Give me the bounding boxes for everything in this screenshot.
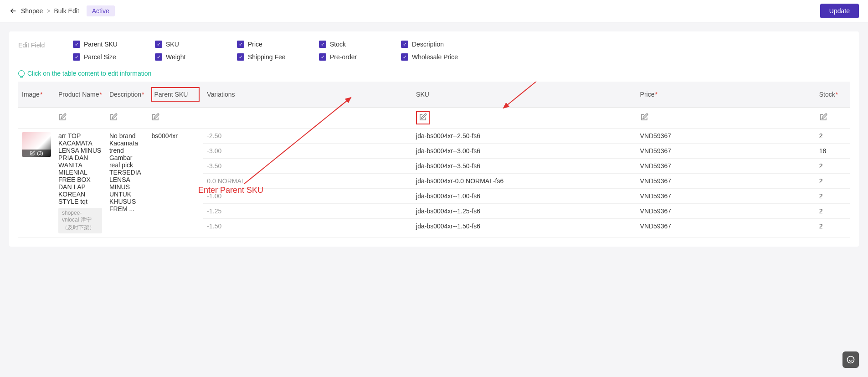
- update-button[interactable]: Update: [820, 4, 859, 18]
- variation-sku[interactable]: jda-bs0004xr--1.00-fs6: [412, 189, 636, 204]
- edit-field-pre-order[interactable]: ✓Pre-order: [319, 53, 396, 61]
- edit-field-price[interactable]: ✓Price: [237, 41, 314, 48]
- edit-field-label: Weight: [166, 53, 185, 61]
- edit-field-label: Edit Field: [18, 41, 50, 49]
- breadcrumb: Shopee > Bulk Edit Active: [9, 5, 115, 16]
- edit-field-label: Wholesale Price: [412, 53, 458, 61]
- edit-field-label: Description: [412, 41, 444, 48]
- variation-price[interactable]: VND59367: [637, 174, 816, 189]
- edit-field-parcel-size[interactable]: ✓Parcel Size: [73, 53, 150, 61]
- checkbox-icon[interactable]: ✓: [73, 53, 80, 61]
- variation-stock[interactable]: 2: [816, 129, 850, 144]
- checkbox-icon[interactable]: ✓: [155, 53, 162, 61]
- checkbox-icon[interactable]: ✓: [155, 41, 162, 48]
- variation-name[interactable]: -1.00: [203, 189, 412, 204]
- breadcrumb-separator: >: [46, 7, 50, 15]
- back-arrow-icon[interactable]: [9, 7, 17, 15]
- bulb-icon: [18, 70, 25, 77]
- column-variations: Variations: [203, 82, 412, 108]
- variation-row: -1.25jda-bs0004xr--1.25-fs6VND593672: [203, 204, 850, 219]
- edit-field-label: Pre-order: [330, 53, 357, 61]
- product-image[interactable]: (3): [22, 132, 51, 157]
- variation-name[interactable]: -1.50: [203, 219, 412, 234]
- variation-name[interactable]: -3.00: [203, 144, 412, 159]
- checkbox-icon[interactable]: ✓: [401, 41, 408, 48]
- variation-row: -3.00jda-bs0004xr--3.00-fs6VND5936718: [203, 144, 850, 159]
- column-price: Price: [637, 82, 816, 108]
- hint-text: Click on the table content to edit infor…: [18, 70, 850, 77]
- edit-field-label: Parent SKU: [84, 41, 118, 48]
- variation-price[interactable]: VND59367: [637, 144, 816, 159]
- edit-field-label: SKU: [166, 41, 179, 48]
- checkbox-icon[interactable]: ✓: [237, 41, 244, 48]
- edit-field-weight[interactable]: ✓Weight: [155, 53, 232, 61]
- edit-parent-sku-icon[interactable]: [151, 113, 159, 121]
- edit-field-wholesale-price[interactable]: ✓Wholesale Price: [401, 53, 478, 61]
- image-count-overlay: (3): [22, 150, 51, 157]
- variation-sku[interactable]: jda-bs0004xr--2.50-fs6: [412, 129, 636, 144]
- edit-description-icon[interactable]: [109, 113, 118, 121]
- variation-sku[interactable]: jda-bs0004xr--3.00-fs6: [412, 144, 636, 159]
- variation-stock[interactable]: 2: [816, 189, 850, 204]
- edit-field-label: Shipping Fee: [248, 53, 286, 61]
- product-description[interactable]: No brand Kacamata trend Gambar real pick…: [106, 129, 148, 238]
- variation-stock[interactable]: 2: [816, 204, 850, 219]
- variation-name[interactable]: -1.25: [203, 204, 412, 219]
- edit-field-label: Stock: [330, 41, 346, 48]
- variation-stock[interactable]: 2: [816, 219, 850, 234]
- variation-row: 0.0 NORMALjda-bs0004xr-0.0 NORMAL-fs6VND…: [203, 174, 850, 189]
- variation-name[interactable]: -3.50: [203, 159, 412, 174]
- edit-price-icon[interactable]: [640, 113, 648, 121]
- edit-sku-icon[interactable]: [419, 113, 427, 121]
- top-bar: Shopee > Bulk Edit Active Update: [0, 0, 868, 22]
- parent-sku-value[interactable]: bs0004xr: [148, 129, 203, 238]
- column-image: Image: [18, 82, 55, 108]
- variation-price[interactable]: VND59367: [637, 219, 816, 234]
- variation-stock[interactable]: 18: [816, 144, 850, 159]
- variations-inner-table: -2.50jda-bs0004xr--2.50-fs6VND593672-3.0…: [203, 129, 850, 233]
- variation-price[interactable]: VND59367: [637, 129, 816, 144]
- edit-field-description[interactable]: ✓Description: [401, 41, 478, 48]
- variation-name[interactable]: -2.50: [203, 129, 412, 144]
- column-parent-sku: Parent SKU: [148, 82, 203, 108]
- column-description: Description: [106, 82, 148, 108]
- edit-field-shipping-fee[interactable]: ✓Shipping Fee: [237, 53, 314, 61]
- breadcrumb-shopee[interactable]: Shopee: [21, 7, 43, 15]
- main-panel: Edit Field ✓Parent SKU✓SKU✓Price✓Stock✓D…: [9, 31, 859, 247]
- shop-tag: shopee-vnlocal-津宁（及时下架）: [58, 208, 102, 233]
- edit-stock-icon[interactable]: [819, 113, 827, 121]
- edit-field-label: Price: [248, 41, 262, 48]
- variation-stock[interactable]: 2: [816, 174, 850, 189]
- column-sku: SKU: [412, 82, 636, 108]
- variation-price[interactable]: VND59367: [637, 159, 816, 174]
- product-name-text[interactable]: arr TOP KACAMATA LENSA MINUS PRIA DAN WA…: [58, 132, 102, 205]
- variation-sku[interactable]: jda-bs0004xr--3.50-fs6: [412, 159, 636, 174]
- variation-row: -3.50jda-bs0004xr--3.50-fs6VND593672: [203, 159, 850, 174]
- edit-field-label: Parcel Size: [84, 53, 116, 61]
- checkbox-icon[interactable]: ✓: [319, 41, 326, 48]
- checkbox-icon[interactable]: ✓: [319, 53, 326, 61]
- hint-label: Click on the table content to edit infor…: [27, 70, 151, 77]
- variation-name[interactable]: 0.0 NORMAL: [203, 174, 412, 189]
- variation-price[interactable]: VND59367: [637, 189, 816, 204]
- breadcrumb-bulk-edit[interactable]: Bulk Edit: [54, 7, 79, 15]
- variation-price[interactable]: VND59367: [637, 204, 816, 219]
- column-product-name: Product Name: [55, 82, 106, 108]
- active-status-tag: Active: [87, 5, 115, 16]
- variation-row: -2.50jda-bs0004xr--2.50-fs6VND593672: [203, 129, 850, 144]
- variation-sku[interactable]: jda-bs0004xr--1.50-fs6: [412, 219, 636, 234]
- checkbox-icon[interactable]: ✓: [401, 53, 408, 61]
- variation-sku[interactable]: jda-bs0004xr--1.25-fs6: [412, 204, 636, 219]
- edit-field-parent-sku[interactable]: ✓Parent SKU: [73, 41, 150, 48]
- edit-fields-row: Edit Field ✓Parent SKU✓SKU✓Price✓Stock✓D…: [18, 41, 850, 61]
- products-table: Image Product Name Description Parent SK…: [18, 82, 850, 238]
- checkbox-icon[interactable]: ✓: [237, 53, 244, 61]
- edit-field-stock[interactable]: ✓Stock: [319, 41, 396, 48]
- table-wrapper: Image Product Name Description Parent SK…: [18, 82, 850, 238]
- variation-sku[interactable]: jda-bs0004xr-0.0 NORMAL-fs6: [412, 174, 636, 189]
- edit-field-sku[interactable]: ✓SKU: [155, 41, 232, 48]
- variation-stock[interactable]: 2: [816, 159, 850, 174]
- column-stock: Stock: [816, 82, 850, 108]
- checkbox-icon[interactable]: ✓: [73, 41, 80, 48]
- edit-name-icon[interactable]: [58, 113, 67, 121]
